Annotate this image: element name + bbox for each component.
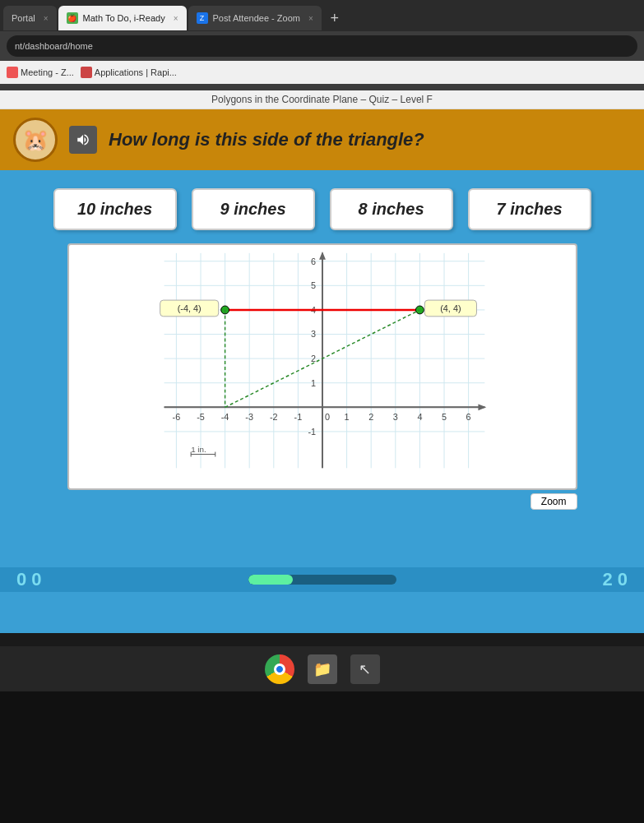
svg-text:0: 0 xyxy=(324,412,329,422)
svg-text:1: 1 xyxy=(311,378,316,388)
svg-text:(4, 4): (4, 4) xyxy=(440,303,461,313)
score-right: 2 0 xyxy=(602,569,628,590)
taskbar: 📁 ↖ xyxy=(0,646,644,691)
score-left: 0 0 xyxy=(16,569,42,590)
question-text: How long is this side of the triangle? xyxy=(109,129,424,150)
answer-button-7[interactable]: 7 inches xyxy=(468,188,591,230)
quiz-title-bar: Polygons in the Coordinate Plane – Quiz … xyxy=(0,90,644,109)
tab-iready-close[interactable]: × xyxy=(174,14,178,23)
browser-chrome: Portal × 🍎 Math To Do, i-Ready × Z Post … xyxy=(0,0,644,90)
zoom-button[interactable]: Zoom xyxy=(530,493,577,510)
tab-zoom[interactable]: Z Post Attendee - Zoom × xyxy=(188,6,322,30)
tab-zoom-close[interactable]: × xyxy=(308,14,313,23)
svg-text:4: 4 xyxy=(417,412,422,422)
svg-text:2: 2 xyxy=(368,412,373,422)
svg-text:3: 3 xyxy=(311,329,316,339)
tab-zoom-icon: Z xyxy=(197,12,208,24)
svg-text:6: 6 xyxy=(466,412,470,422)
answer-button-8[interactable]: 8 inches xyxy=(330,188,453,230)
bookmark-applications-label: Applications | Rapi... xyxy=(95,67,177,77)
svg-text:1 in.: 1 in. xyxy=(191,445,206,454)
tab-iready[interactable]: 🍎 Math To Do, i-Ready × xyxy=(58,6,187,30)
address-bar[interactable]: nt/dashboard/home xyxy=(7,35,637,57)
files-taskbar-icon[interactable]: 📁 xyxy=(308,654,337,684)
answer-button-9[interactable]: 9 inches xyxy=(192,188,315,230)
graph-container: -6 -5 -4 -3 -2 -1 0 1 2 3 4 5 6 xyxy=(67,243,577,490)
bookmarks-bar: Meeting - Z... Applications | Rapi... xyxy=(0,61,644,84)
new-tab-button[interactable]: + xyxy=(323,7,346,30)
question-header: 🐹 How long is this side of the triangle? xyxy=(0,109,644,170)
tab-zoom-label: Post Attendee - Zoom xyxy=(213,13,300,23)
svg-text:5: 5 xyxy=(441,412,446,422)
tab-portal[interactable]: Portal × xyxy=(3,6,57,30)
answer-button-10[interactable]: 10 inches xyxy=(53,188,177,230)
address-bar-row: nt/dashboard/home xyxy=(0,31,644,61)
svg-text:(-4, 4): (-4, 4) xyxy=(177,303,201,313)
svg-text:-5: -5 xyxy=(197,412,205,422)
tab-bar: Portal × 🍎 Math To Do, i-Ready × Z Post … xyxy=(0,0,644,31)
svg-point-117 xyxy=(415,306,424,314)
svg-text:-3: -3 xyxy=(245,412,253,422)
svg-text:-2: -2 xyxy=(269,412,277,422)
svg-text:5: 5 xyxy=(311,280,316,290)
bookmark-meeting[interactable]: Meeting - Z... xyxy=(7,67,74,78)
progress-bar xyxy=(248,575,396,585)
bookmark-meeting-label: Meeting - Z... xyxy=(21,67,74,77)
zoom-controls: Zoom xyxy=(67,493,577,510)
bookmark-meeting-icon xyxy=(7,67,18,78)
quiz-title: Polygons in the Coordinate Plane – Quiz … xyxy=(211,94,433,105)
svg-text:6: 6 xyxy=(311,257,316,266)
main-content: Polygons in the Coordinate Plane – Quiz … xyxy=(0,90,644,633)
tab-portal-close[interactable]: × xyxy=(44,14,49,23)
speaker-button[interactable] xyxy=(69,126,97,154)
address-text: nt/dashboard/home xyxy=(15,41,93,51)
bookmark-applications-icon xyxy=(81,67,92,78)
svg-text:-6: -6 xyxy=(172,412,180,422)
coordinate-graph: -6 -5 -4 -3 -2 -1 0 1 2 3 4 5 6 xyxy=(69,245,576,488)
cursor-taskbar-icon[interactable]: ↖ xyxy=(350,654,380,684)
tab-iready-icon: 🍎 xyxy=(67,12,78,24)
tab-iready-label: Math To Do, i-Ready xyxy=(83,13,165,23)
svg-text:-1: -1 xyxy=(294,412,302,422)
svg-text:3: 3 xyxy=(392,412,397,422)
progress-bar-fill xyxy=(248,575,293,585)
chrome-center xyxy=(274,663,285,675)
chrome-taskbar-icon[interactable] xyxy=(265,654,294,684)
svg-text:-4: -4 xyxy=(220,412,229,422)
answer-choices: 10 inches 9 inches 8 inches 7 inches xyxy=(37,188,608,230)
tab-portal-label: Portal xyxy=(12,13,35,23)
svg-text:2: 2 xyxy=(311,354,316,363)
mascot-avatar: 🐹 xyxy=(13,118,58,162)
bookmark-applications[interactable]: Applications | Rapi... xyxy=(81,67,177,78)
svg-text:1: 1 xyxy=(344,412,349,422)
progress-bar-area: 0 0 2 0 xyxy=(0,567,644,592)
svg-text:-1: -1 xyxy=(308,427,316,437)
speaker-icon xyxy=(76,132,90,147)
